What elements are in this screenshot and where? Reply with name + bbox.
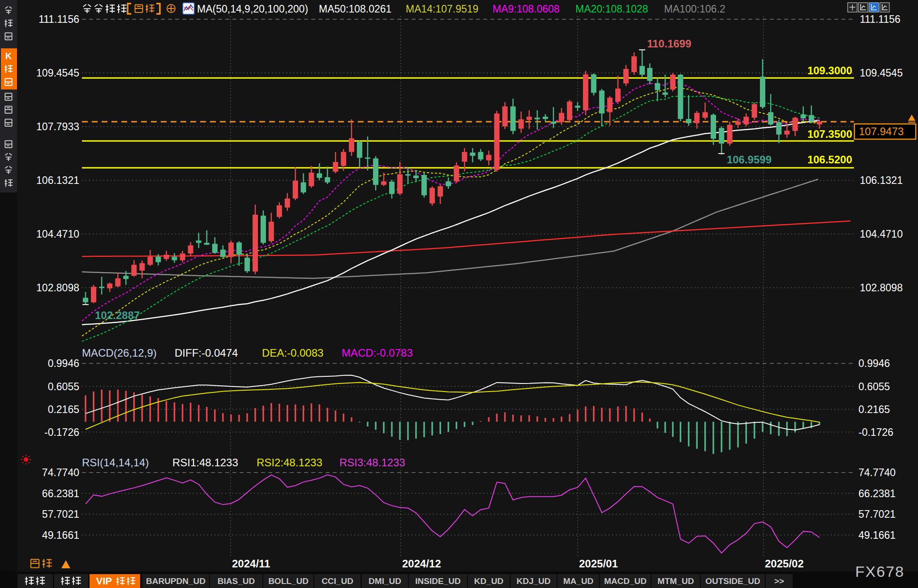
svg-text:DMI_UD: DMI_UD bbox=[369, 576, 401, 586]
svg-text:49.1661: 49.1661 bbox=[42, 529, 79, 541]
svg-text:RSI1:48.1233: RSI1:48.1233 bbox=[172, 456, 238, 469]
svg-text:>>: >> bbox=[774, 576, 784, 586]
svg-text:66.2381: 66.2381 bbox=[858, 488, 896, 499]
svg-text:102.2887: 102.2887 bbox=[95, 309, 140, 321]
svg-text:MA_UD: MA_UD bbox=[563, 576, 594, 586]
svg-text:MA14:107.9519: MA14:107.9519 bbox=[406, 3, 478, 15]
svg-text:RSI2:48.1233: RSI2:48.1233 bbox=[257, 456, 322, 469]
svg-text:111.1156: 111.1156 bbox=[39, 13, 79, 25]
svg-text:110.1699: 110.1699 bbox=[647, 38, 691, 50]
svg-text:KD_UD: KD_UD bbox=[474, 576, 503, 586]
svg-text:109.4545: 109.4545 bbox=[36, 67, 79, 79]
svg-text:104.4710: 104.4710 bbox=[36, 228, 79, 240]
svg-text:RSI3:48.1233: RSI3:48.1233 bbox=[339, 456, 405, 469]
svg-text:CCI_UD: CCI_UD bbox=[322, 576, 353, 586]
svg-text:107.3500: 107.3500 bbox=[807, 128, 852, 140]
svg-text:0.6055: 0.6055 bbox=[858, 381, 890, 392]
svg-text:2025/01: 2025/01 bbox=[579, 558, 618, 570]
svg-text:106.9599: 106.9599 bbox=[727, 153, 772, 166]
svg-text:MACD_UD: MACD_UD bbox=[604, 576, 647, 586]
svg-text:0.2165: 0.2165 bbox=[48, 404, 79, 415]
svg-text:104.4710: 104.4710 bbox=[860, 228, 903, 240]
svg-text:0.9946: 0.9946 bbox=[858, 358, 890, 369]
svg-text:66.2381: 66.2381 bbox=[42, 488, 79, 499]
svg-text:KDJ_UD: KDJ_UD bbox=[516, 576, 550, 586]
svg-text:BARUPDN_UD: BARUPDN_UD bbox=[146, 576, 206, 586]
svg-text:MACD(26,12,9): MACD(26,12,9) bbox=[82, 347, 157, 359]
svg-text:111.1156: 111.1156 bbox=[860, 13, 901, 25]
svg-text:MA(50,14,9,20,100,200): MA(50,14,9,20,100,200) bbox=[197, 3, 308, 15]
svg-text:-0.1726: -0.1726 bbox=[858, 426, 893, 438]
svg-text:2024/12: 2024/12 bbox=[402, 558, 441, 570]
svg-text:RSI(14,14,14): RSI(14,14,14) bbox=[82, 456, 149, 469]
svg-text:DIFF:-0.0474: DIFF:-0.0474 bbox=[175, 347, 238, 359]
svg-text:VIP: VIP bbox=[96, 575, 112, 587]
svg-text:102.8098: 102.8098 bbox=[36, 282, 79, 294]
svg-text:0.6055: 0.6055 bbox=[48, 381, 79, 392]
svg-text:OUTSIDE_UD: OUTSIDE_UD bbox=[705, 576, 760, 586]
svg-text:109.3000: 109.3000 bbox=[807, 64, 852, 77]
svg-text:MA20:108.1028: MA20:108.1028 bbox=[575, 3, 648, 15]
svg-text:107.7933: 107.7933 bbox=[36, 121, 79, 132]
svg-text:109.4545: 109.4545 bbox=[860, 67, 903, 79]
svg-text:106.1321: 106.1321 bbox=[860, 175, 903, 186]
svg-text:0.9946: 0.9946 bbox=[48, 358, 79, 369]
svg-text:K: K bbox=[5, 51, 12, 61]
svg-text:49.1661: 49.1661 bbox=[858, 529, 896, 541]
svg-text:DEA:-0.0083: DEA:-0.0083 bbox=[262, 347, 323, 359]
svg-text:57.7021: 57.7021 bbox=[858, 508, 896, 520]
svg-text:74.7740: 74.7740 bbox=[858, 467, 896, 478]
svg-text:MA50:108.0261: MA50:108.0261 bbox=[319, 3, 391, 15]
svg-text:0.2165: 0.2165 bbox=[858, 404, 890, 415]
svg-text:MTM_UD: MTM_UD bbox=[657, 576, 694, 586]
svg-text:MA100:106.2: MA100:106.2 bbox=[664, 3, 725, 15]
svg-text:-0.1726: -0.1726 bbox=[44, 426, 79, 438]
svg-text:BOLL_UD: BOLL_UD bbox=[268, 576, 309, 586]
svg-text:57.7021: 57.7021 bbox=[42, 508, 79, 520]
svg-text:106.5200: 106.5200 bbox=[807, 153, 852, 166]
svg-text:MA9:108.0608: MA9:108.0608 bbox=[493, 3, 560, 15]
svg-text:107.9473: 107.9473 bbox=[859, 125, 904, 137]
svg-text:2025/02: 2025/02 bbox=[765, 558, 804, 570]
svg-text:INSIDE_UD: INSIDE_UD bbox=[415, 576, 460, 586]
svg-text:74.7740: 74.7740 bbox=[42, 467, 79, 478]
svg-text:106.1321: 106.1321 bbox=[36, 175, 79, 186]
svg-text:MACD:-0.0783: MACD:-0.0783 bbox=[342, 347, 413, 359]
svg-text:BIAS_UD: BIAS_UD bbox=[218, 576, 255, 586]
svg-text:FX678: FX678 bbox=[855, 563, 905, 580]
svg-text:102.8098: 102.8098 bbox=[860, 282, 903, 294]
svg-text:2024/11: 2024/11 bbox=[232, 558, 270, 570]
